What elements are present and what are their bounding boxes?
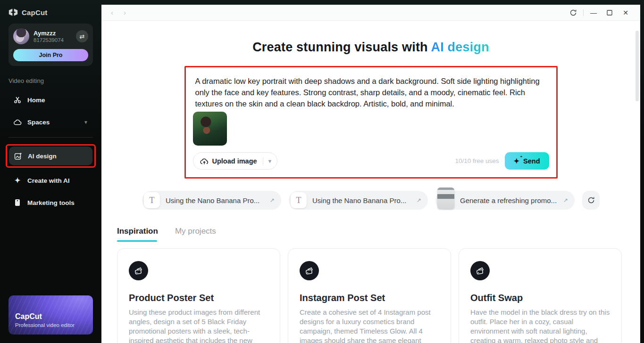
- sidebar-item-marketing-tools[interactable]: Marketing tools: [8, 193, 93, 212]
- scissors-icon: [13, 96, 22, 104]
- sidebar: CapCut Aymzzz 8172539074 ⇄ Join Pro Vide…: [0, 0, 101, 343]
- sidebar-item-ai-design[interactable]: AI design: [9, 147, 92, 165]
- suggestion-chip[interactable]: Generate a refreshing promo... ↗: [435, 191, 575, 210]
- maximize-button[interactable]: [602, 6, 618, 20]
- sidebar-item-spaces[interactable]: Spaces ▼: [8, 113, 93, 131]
- ai-image-icon: [14, 152, 22, 160]
- upload-image-button[interactable]: Upload image ▼: [193, 152, 278, 170]
- sidebar-item-create-with-ai[interactable]: ✦ Create with AI: [8, 171, 93, 190]
- topbar: ‹ › — ✕: [101, 5, 640, 21]
- suggestion-label: Generate a refreshing promo...: [460, 196, 560, 204]
- poster-set-icon: [470, 261, 490, 280]
- scrollbar[interactable]: [636, 31, 639, 101]
- prompt-footer: Upload image ▼ 10/10 free uses ✦ Send: [193, 152, 549, 170]
- prompt-box: A dramatic low key portrait with deep sh…: [184, 66, 558, 179]
- avatar[interactable]: [13, 28, 29, 44]
- capcut-promo-banner[interactable]: CapCut Professional video editor: [8, 295, 93, 335]
- poster-set-icon: [300, 261, 319, 280]
- sparkle-icon: ✦: [13, 176, 22, 185]
- sidebar-item-label: Home: [27, 97, 45, 104]
- annotation-highlight: AI design: [6, 144, 96, 168]
- card-title: Outfit Swap: [470, 293, 610, 303]
- open-arrow-icon: ↗: [270, 197, 275, 204]
- page-title: Create stunning visuals with AI design: [101, 40, 640, 55]
- capcut-logo-text: CapCut: [22, 8, 48, 16]
- card-product-poster-set[interactable]: Product Poster Set Using these product i…: [117, 248, 280, 343]
- sidebar-nav: Home Spaces ▼: [8, 87, 93, 212]
- join-pro-button[interactable]: Join Pro: [13, 49, 88, 61]
- capcut-logo: CapCut: [8, 8, 93, 17]
- app-root: CapCut Aymzzz 8172539074 ⇄ Join Pro Vide…: [0, 0, 644, 343]
- refresh-suggestions-button[interactable]: [582, 191, 600, 210]
- minimize-button[interactable]: —: [585, 6, 602, 20]
- sidebar-item-label: Spaces: [27, 119, 50, 126]
- chevron-down-icon[interactable]: ▼: [268, 158, 273, 164]
- capcut-logo-icon: [8, 8, 18, 16]
- window-controls-divider: [583, 9, 584, 16]
- tab-my-projects[interactable]: My projects: [175, 227, 216, 242]
- sidebar-item-home[interactable]: Home: [8, 90, 93, 109]
- uploaded-image-thumbnail[interactable]: [193, 112, 227, 146]
- card-title: Product Poster Set: [129, 293, 268, 303]
- user-panel: Aymzzz 8172539074 ⇄ Join Pro: [8, 24, 93, 66]
- upload-button-divider: [263, 157, 263, 165]
- back-button[interactable]: ‹: [111, 8, 113, 16]
- suggestion-chips: T Using the Nano Banana Pro... ↗ T Using…: [142, 191, 600, 210]
- upload-cloud-icon: [200, 157, 209, 165]
- promo-title: CapCut: [15, 312, 86, 321]
- free-uses-counter: 10/10 free uses: [455, 157, 499, 164]
- reload-icon[interactable]: [565, 6, 581, 20]
- user-meta: Aymzzz 8172539074: [33, 30, 72, 43]
- sidebar-divider: [8, 137, 93, 138]
- inspiration-cards: Product Poster Set Using these product i…: [117, 248, 640, 343]
- forward-button[interactable]: ›: [124, 8, 126, 16]
- suggestion-label: Using the Nano Banana Pro...: [312, 196, 413, 204]
- card-outfit-swap[interactable]: Outfit Swap Have the model in the black …: [459, 248, 622, 343]
- user-id: 8172539074: [33, 37, 72, 43]
- suggestion-chip[interactable]: T Using the Nano Banana Pro... ↗: [142, 191, 281, 210]
- send-label: Send: [523, 157, 540, 165]
- chevron-down-icon[interactable]: ▼: [84, 120, 88, 125]
- sparkle-icon: ✦: [513, 157, 519, 164]
- close-button[interactable]: ✕: [618, 6, 634, 20]
- suggestion-chip[interactable]: T Using the Nano Banana Pro... ↗: [289, 191, 428, 210]
- page-title-text: Create stunning visuals with: [252, 40, 431, 54]
- page-title-highlight: AI design: [431, 40, 489, 54]
- send-button[interactable]: ✦ Send: [505, 152, 549, 170]
- tab-inspiration[interactable]: Inspiration: [117, 227, 158, 242]
- prompt-textarea[interactable]: A dramatic low key portrait with deep sh…: [195, 75, 547, 109]
- product-image-thumb: [437, 188, 454, 209]
- sidebar-item-label: Marketing tools: [27, 199, 75, 206]
- card-title: Instagram Post Set: [300, 293, 439, 303]
- upload-image-label: Upload image: [212, 157, 257, 165]
- suggestion-label: Using the Nano Banana Pro...: [166, 196, 266, 204]
- sidebar-item-label: AI design: [28, 153, 57, 160]
- sidebar-item-label: Create with AI: [27, 177, 70, 184]
- phone-icon: [13, 198, 22, 207]
- open-arrow-icon: ↗: [563, 197, 568, 204]
- video-editing-label: Video editing: [8, 77, 93, 84]
- card-instagram-post-set[interactable]: Instagram Post Set Create a cohesive set…: [288, 248, 451, 343]
- text-template-icon: T: [291, 192, 307, 208]
- promo-subtitle: Professional video editor: [15, 322, 86, 328]
- tabs: Inspiration My projects: [117, 227, 640, 242]
- cloud-icon: [13, 118, 22, 126]
- main-window: ‹ › — ✕: [101, 5, 640, 343]
- card-description: Using these product images from differen…: [129, 308, 268, 343]
- main-content: Create stunning visuals with AI design A…: [101, 21, 640, 343]
- text-template-icon: T: [144, 192, 160, 208]
- open-arrow-icon: ↗: [417, 197, 421, 204]
- user-name: Aymzzz: [33, 30, 72, 37]
- switch-account-icon[interactable]: ⇄: [76, 30, 88, 42]
- card-description: Create a cohesive set of 4 Instagram pos…: [300, 308, 439, 343]
- poster-set-icon: [129, 261, 148, 280]
- card-description: Have the model in the black dress try on…: [470, 308, 610, 343]
